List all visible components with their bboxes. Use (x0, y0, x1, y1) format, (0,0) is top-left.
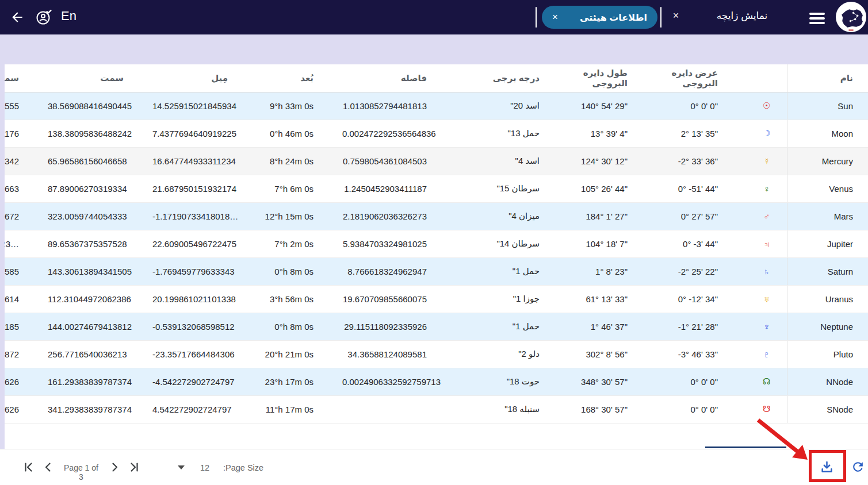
first-page-icon (22, 460, 36, 474)
refresh-icon (851, 460, 865, 474)
table-row[interactable]: SNode ☋ 0° 0' 0" 168° 30' 57" سنبله 18" … (5, 395, 868, 423)
refresh-button[interactable] (851, 460, 865, 474)
back-button[interactable] (9, 10, 25, 25)
planet-name: Jupiter (787, 230, 868, 257)
ecliptic-latitude-value: -3° 46' 33" (656, 340, 747, 368)
ecliptic-longitude-value: 104° 18' 7" (568, 230, 656, 257)
page-size-label: :Page Size (223, 463, 263, 472)
right-ascension-value: 8°h 24m 0s (257, 147, 342, 175)
zodiac-degree-value: حمل 13" (456, 120, 568, 147)
ecliptic-latitude-value: 0° -51' 44" (656, 175, 747, 202)
ecliptic-longitude-value: 348° 30' 57" (568, 368, 656, 395)
user-check-button[interactable] (35, 8, 53, 26)
column-header-zodiac-degree: درجه برجی (456, 64, 568, 92)
table-row[interactable]: Jupiter ♃ 0° -3' 44" 104° 18' 7" سرطان 1… (5, 230, 868, 257)
azimuth-value: 341.29383839787374 (48, 395, 152, 423)
table-row[interactable]: Mercury ☿ -2° 33' 36" 124° 30' 12" اسد 4… (5, 147, 868, 175)
declination-value: 16.647744933311234 (152, 147, 257, 175)
download-button[interactable] (819, 460, 835, 475)
column-header-azimuth: سمت (48, 64, 152, 92)
ecliptic-longitude-value: 13° 39' 4" (568, 120, 656, 147)
tab-astronomical-info[interactable]: × اطلاعات هیئتی (542, 6, 657, 29)
right-ascension-value: 0°h 8m 0s (257, 313, 342, 340)
planet-name: NNode (787, 368, 868, 395)
table-row[interactable]: Uranus ♅ 0° -12' 34" 61° 13' 33" جوزا 1"… (5, 285, 868, 313)
zodiac-degree-value: حوت 18" (456, 368, 568, 395)
ecliptic-longitude-value: 1° 46' 37" (568, 313, 656, 340)
azimuth-value: 87.89006270319334 (48, 175, 152, 202)
ecliptic-latitude-value: 2° 13' 35" (656, 120, 747, 147)
zodiac-degree-value: حمل 1" (456, 313, 568, 340)
table-row[interactable]: Moon ☽ 2° 13' 35" 13° 39' 4" حمل 13" 0.0… (5, 120, 868, 147)
column-header-azimuth-2: سمت (5, 64, 48, 92)
previous-page-button[interactable] (41, 460, 55, 474)
azimuth-value: 89.65367375357528 (48, 230, 152, 257)
tab-show-chart[interactable]: نمایش زایچه (703, 10, 781, 22)
planet-table-card: نام عرض دایره البروجی طول دایره البروجی … (5, 64, 868, 449)
table-row[interactable]: Mars ♂ 0° 27' 57" 184° 1' 27" میزان 4" 2… (5, 202, 868, 230)
page-size-caret-icon[interactable] (178, 465, 185, 469)
scroll-indicator-bar[interactable] (705, 446, 786, 448)
declination-value: -4.542272902724797 (152, 368, 257, 395)
right-ascension-value: 0°h 46m 0s (257, 120, 342, 147)
planet-symbol-icon: ☿ (747, 147, 787, 175)
azimuth-value: 65.96586156046658 (48, 147, 152, 175)
tab-separator (660, 7, 661, 28)
tab-separator (536, 7, 537, 28)
page-size-select[interactable]: 12 (200, 463, 209, 472)
table-row[interactable]: Sun ☉ 0° 0' 0" 140° 54' 29" اسد 20" 1.01… (5, 92, 868, 120)
ecliptic-longitude-value: 140° 54' 29" (568, 92, 656, 120)
planet-name: Venus (787, 175, 868, 202)
zodiac-degree-value: سرطان 15" (456, 175, 568, 202)
language-toggle[interactable]: En (61, 9, 77, 24)
chevron-left-icon (41, 460, 55, 474)
declination-value: -1.769459779633343 (152, 257, 257, 285)
user-check-icon (35, 8, 53, 26)
last-page-icon (127, 460, 141, 474)
azimuth2-value: 5185 (5, 313, 48, 340)
table-row[interactable]: Saturn ♄ -2° 25' 22" 1° 8' 23" حمل 1" 8.… (5, 257, 868, 285)
declination-value: 22.609005496722475 (152, 230, 257, 257)
azimuth2-value: 5585 (5, 257, 48, 285)
next-page-button[interactable] (108, 460, 121, 474)
distance-value: 19.670709855660075 (342, 285, 456, 313)
close-tab-icon[interactable]: × (670, 10, 682, 22)
table-row[interactable]: Pluto ♇ -3° 46' 33" 302° 8' 56" دلو 2" 3… (5, 340, 868, 368)
ecliptic-latitude-value: -2° 25' 22" (656, 257, 747, 285)
table-row[interactable]: Venus ♀ 0° -51' 44" 105° 26' 44" سرطان 1… (5, 175, 868, 202)
planet-symbol-icon: ♂ (747, 202, 787, 230)
menu-button[interactable] (809, 13, 825, 26)
first-page-button[interactable] (22, 460, 36, 474)
planet-symbol-icon: ♆ (747, 313, 787, 340)
distance-value (342, 395, 456, 423)
ephemeris-table: نام عرض دایره البروجی طول دایره البروجی … (5, 64, 868, 424)
ecliptic-longitude-value: 61° 13' 33" (568, 285, 656, 313)
last-page-button[interactable] (127, 460, 141, 474)
planet-name: Saturn (787, 257, 868, 285)
planet-symbol-icon: ☽ (747, 120, 787, 147)
ecliptic-latitude-value: -1° 21' 28" (656, 313, 747, 340)
close-tab-icon[interactable]: × (552, 11, 558, 23)
azimuth2-value: 23… (5, 230, 48, 257)
distance-value: 0.0024906332592759713 (342, 368, 456, 395)
table-row[interactable]: Neptune ♆ -1° 21' 28" 1° 46' 37" حمل 1" … (5, 313, 868, 340)
declination-value: 4.542272902724797 (152, 395, 257, 423)
right-ascension-value: 3°h 56m 0s (257, 285, 342, 313)
declination-value: 7.4377694640919225 (152, 120, 257, 147)
planet-symbol-icon: ♇ (747, 340, 787, 368)
column-header-ecliptic-latitude: عرض دایره البروجی (656, 64, 747, 92)
table-row[interactable]: NNode ☊ 0° 0' 0" 348° 30' 57" حوت 18" 0.… (5, 368, 868, 395)
right-ascension-value: 0°h 8m 0s (257, 257, 342, 285)
distance-value: 34.36588124089581 (342, 340, 456, 368)
column-header-declination: مِیل (152, 64, 257, 92)
planet-name: Moon (787, 120, 868, 147)
right-ascension-value: 20°h 21m 0s (257, 340, 342, 368)
distance-value: 5.9384703324981025 (342, 230, 456, 257)
planet-name: Sun (787, 92, 868, 120)
declination-value: 21.687950151932174 (152, 175, 257, 202)
planet-name: Pluto (787, 340, 868, 368)
column-header-right-ascension: بُعد (257, 64, 342, 92)
hamburger-icon (809, 13, 825, 15)
azimuth-value: 143.30613894341505 (48, 257, 152, 285)
azimuth2-value: 5663 (5, 175, 48, 202)
